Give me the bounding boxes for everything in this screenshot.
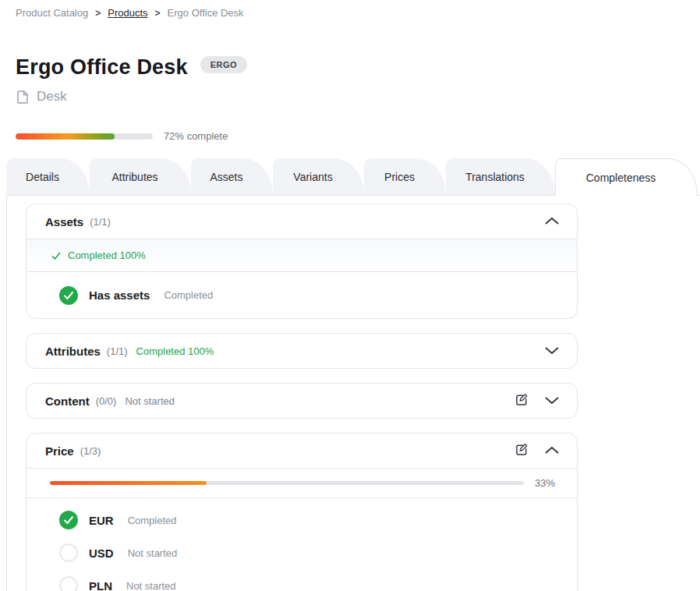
tab-details[interactable]: Details — [6, 158, 90, 195]
product-header: Ergo Office Desk ERGO Desk 72% complete — [16, 55, 700, 142]
breadcrumb-separator: > — [95, 8, 101, 19]
requirement-row: EUR Completed — [27, 504, 577, 536]
collapse-button[interactable] — [544, 216, 560, 228]
requirement-label: PLN — [89, 579, 112, 591]
section-price: Price (1/3) — [26, 433, 578, 591]
breadcrumb-item-current: Ergo Office Desk — [168, 7, 244, 19]
edit-button[interactable] — [514, 392, 529, 410]
chevron-down-icon — [544, 395, 560, 407]
edit-icon — [514, 442, 529, 460]
overall-progress-fill — [16, 133, 115, 140]
section-attributes-header[interactable]: Attributes (1/1) Completed 100% — [27, 334, 577, 368]
tab-assets[interactable]: Assets — [191, 158, 273, 195]
requirement-label: USD — [89, 547, 114, 560]
tab-attributes[interactable]: Attributes — [90, 158, 191, 195]
section-count: (1/3) — [80, 445, 101, 457]
tab-translations[interactable]: Translations — [446, 158, 555, 195]
check-circle-icon — [59, 511, 78, 529]
price-progress-fill — [50, 481, 207, 485]
breadcrumb-item-products[interactable]: Products — [108, 7, 147, 19]
collapse-button[interactable] — [544, 445, 560, 457]
section-assets: Assets (1/1) Completed 100% — [26, 203, 578, 319]
breadcrumb-item-catalog[interactable]: Product Catalog — [16, 7, 88, 19]
section-title: Assets — [45, 215, 83, 228]
section-summary-label: Completed 100% — [68, 249, 146, 261]
expand-button[interactable] — [544, 345, 560, 357]
requirement-row: PLN Not started — [27, 569, 577, 591]
requirement-status: Not started — [128, 547, 178, 559]
price-items: EUR Completed USD Not started PLN Not st… — [27, 498, 577, 591]
expand-button[interactable] — [544, 395, 560, 407]
requirement-status: Completed — [164, 289, 213, 301]
requirement-row: USD Not started — [27, 536, 577, 569]
requirement-label: Has assets — [89, 288, 150, 302]
empty-circle-icon — [59, 576, 78, 591]
tab-completeness[interactable]: Completeness — [555, 158, 698, 196]
price-progress-label: 33% — [535, 477, 555, 489]
empty-circle-icon — [59, 543, 78, 562]
section-status: Completed 100% — [136, 345, 214, 357]
section-count: (1/1) — [107, 345, 128, 357]
chevron-up-icon — [544, 445, 560, 457]
section-content: Content (0/0) Not started — [26, 383, 578, 419]
document-icon — [16, 90, 30, 104]
section-summary: Completed 100% — [27, 239, 577, 271]
section-count: (0/0) — [96, 395, 117, 407]
chevron-down-icon — [544, 345, 560, 357]
edit-icon — [514, 392, 529, 410]
section-status: Not started — [125, 395, 175, 407]
section-price-header[interactable]: Price (1/3) — [27, 434, 577, 468]
section-title: Price — [45, 444, 74, 458]
section-content-header[interactable]: Content (0/0) Not started — [27, 384, 577, 418]
section-attributes: Attributes (1/1) Completed 100% — [26, 333, 578, 369]
overall-progress-label: 72% complete — [164, 130, 228, 142]
breadcrumb-separator: > — [155, 8, 161, 19]
price-progress-track — [50, 481, 524, 485]
requirement-row: Has assets Completed — [27, 271, 577, 318]
edit-button[interactable] — [514, 442, 529, 460]
check-icon — [50, 249, 62, 262]
sku-badge: ERGO — [200, 56, 247, 73]
completeness-panel: Assets (1/1) Completed 100% — [6, 195, 700, 591]
tab-variants[interactable]: Variants — [273, 158, 364, 195]
product-type-label: Desk — [37, 89, 67, 104]
check-circle-icon — [59, 286, 78, 305]
section-title: Attributes — [45, 345, 101, 358]
requirement-status: Completed — [128, 515, 177, 526]
breadcrumb: Product Catalog > Products > Ergo Office… — [0, 0, 700, 19]
section-assets-header[interactable]: Assets (1/1) — [27, 204, 577, 239]
tab-bar: Details Attributes Assets Variants Price… — [6, 157, 700, 195]
chevron-up-icon — [544, 216, 560, 228]
requirement-status: Not started — [126, 580, 176, 591]
overall-progress: 72% complete — [16, 130, 700, 142]
overall-progress-track — [16, 133, 153, 140]
section-count: (1/1) — [90, 216, 111, 228]
section-title: Content — [45, 395, 90, 408]
price-progress: 33% — [27, 468, 577, 498]
tab-prices[interactable]: Prices — [364, 158, 446, 195]
requirement-label: EUR — [89, 514, 114, 527]
page-title: Ergo Office Desk — [16, 55, 188, 80]
